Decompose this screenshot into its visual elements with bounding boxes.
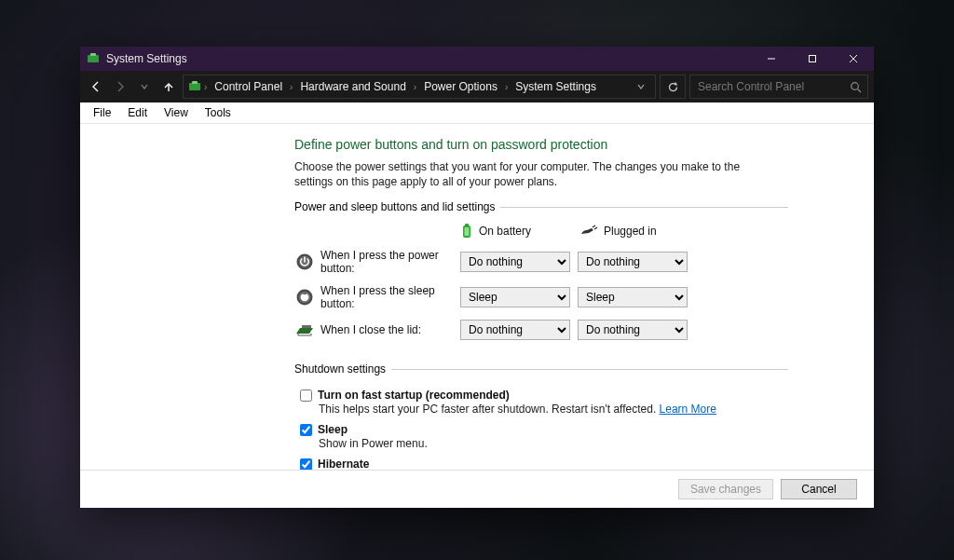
shutdown-item-fast-startup: Turn on fast startup (recommended)This h… [300,389,788,416]
page-description: Choose the power settings that you want … [294,159,779,189]
control-panel-icon [187,79,202,94]
combo-close-lid-battery[interactable]: Do nothingSleepHibernateShut down [460,320,570,340]
shutdown-item-sleep: SleepShow in Power menu. [300,423,788,450]
chevron-right-icon: › [290,82,293,92]
combo-close-lid-plugged[interactable]: Do nothingSleepHibernateShut down [578,320,688,340]
shutdown-checkbox-label[interactable]: Turn on fast startup (recommended) [300,389,788,402]
group-power-buttons: Power and sleep buttons and lid settings… [294,200,788,349]
crumb-hardware-sound[interactable]: Hardware and Sound [294,80,411,93]
chevron-right-icon: › [204,82,207,92]
close-lid-icon [294,320,315,340]
shutdown-checkbox-label[interactable]: Hibernate [300,458,788,470]
plug-icon [579,225,598,238]
shutdown-item-hibernate: HibernateShow in Power menu. [300,458,788,470]
group-power-buttons-legend: Power and sleep buttons and lid settings [294,200,500,213]
svg-rect-12 [465,224,469,226]
search-box[interactable] [689,75,868,99]
minimize-button[interactable] [751,47,792,71]
learn-more-link[interactable]: Learn More [660,403,716,416]
breadcrumb-dropdown-icon[interactable] [636,82,646,91]
combo-sleep-button-plugged[interactable]: Do nothingSleepHibernateShut down [578,287,688,307]
shutdown-subtext: Show in Power menu. [319,437,788,450]
shutdown-subtext: This helps start your PC faster after sh… [319,403,788,416]
combo-power-button-plugged[interactable]: Do nothingSleepHibernateShut down [578,252,688,272]
svg-rect-13 [465,227,470,236]
shutdown-title: Hibernate [318,458,369,470]
app-icon [86,51,101,66]
up-button[interactable] [158,76,179,97]
battery-icon [460,223,473,239]
content-area: Define power buttons and turn on passwor… [80,124,874,470]
column-headers: On battery Plugged in [294,223,788,239]
col-on-battery: On battery [460,223,572,239]
recent-dropdown-icon[interactable] [134,76,155,97]
titlebar[interactable]: System Settings [80,47,874,71]
crumb-control-panel[interactable]: Control Panel [209,80,288,93]
menu-file[interactable]: File [86,104,118,121]
combo-power-button-battery[interactable]: Do nothingSleepHibernateShut down [460,252,570,272]
group-shutdown-settings: Shutdown settings Turn on fast startup (… [294,362,788,470]
shutdown-title: Sleep [318,423,348,436]
refresh-button[interactable] [660,75,686,99]
svg-rect-0 [88,55,99,62]
maximize-button[interactable] [792,47,833,71]
cancel-button[interactable]: Cancel [781,479,857,499]
setting-row-close-lid: When I close the lid:Do nothingSleepHibe… [294,320,788,340]
save-changes-button[interactable]: Save changes [678,479,773,499]
svg-point-9 [852,82,859,89]
shutdown-checkbox-fast-startup[interactable] [300,389,312,402]
back-button[interactable] [86,76,106,97]
group-shutdown-legend: Shutdown settings [294,362,391,376]
navbar: › Control Panel › Hardware and Sound › P… [80,71,874,102]
menubar: File Edit View Tools [80,102,874,124]
sleep-button-icon [294,287,315,307]
page-heading: Define power buttons and turn on passwor… [294,137,837,152]
svg-line-14 [593,225,595,227]
close-button[interactable] [833,47,874,71]
combo-sleep-button-battery[interactable]: Do nothingSleepHibernateShut down [460,287,570,307]
row-label: When I press the sleep button: [320,284,460,310]
menu-edit[interactable]: Edit [120,104,155,121]
shutdown-checkbox-hibernate[interactable] [300,458,312,470]
row-label: When I close the lid: [320,323,460,336]
svg-rect-8 [192,81,198,84]
svg-line-10 [858,89,862,92]
menu-view[interactable]: View [157,104,196,121]
search-input[interactable] [696,79,850,94]
system-settings-window: System Settings › Control [80,47,874,508]
forward-button[interactable] [110,76,130,97]
chevron-right-icon: › [505,82,508,92]
shutdown-title: Turn on fast startup (recommended) [318,389,510,402]
svg-rect-3 [810,56,816,62]
svg-line-15 [594,227,597,229]
menu-tools[interactable]: Tools [198,104,238,121]
shutdown-checkbox-sleep[interactable] [300,424,312,436]
window-title: System Settings [106,52,187,65]
power-button-icon [294,252,315,272]
search-icon [850,81,862,93]
chevron-right-icon: › [414,82,416,92]
col-plugged-in: Plugged in [579,225,691,238]
breadcrumb[interactable]: › Control Panel › Hardware and Sound › P… [183,75,656,99]
crumb-power-options[interactable]: Power Options [418,80,503,93]
shutdown-checkbox-label[interactable]: Sleep [300,423,788,436]
footer: Save changes Cancel [80,470,874,508]
crumb-system-settings[interactable]: System Settings [510,80,602,93]
setting-row-sleep-button: When I press the sleep button:Do nothing… [294,284,788,310]
svg-rect-7 [189,83,200,90]
setting-row-power-button: When I press the power button:Do nothing… [294,249,788,275]
svg-rect-1 [90,53,96,56]
row-label: When I press the power button: [320,249,460,275]
